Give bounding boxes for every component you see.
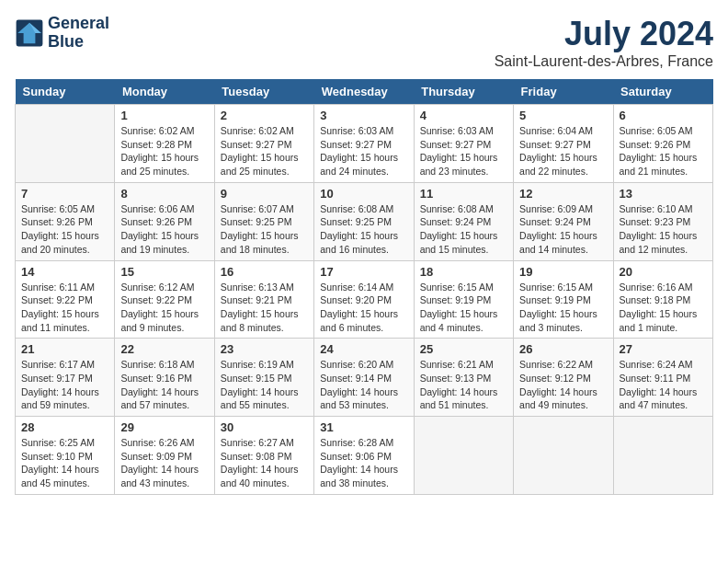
calendar-cell: 15Sunrise: 6:12 AM Sunset: 9:22 PM Dayli… [115, 260, 214, 339]
cell-content: Sunrise: 6:16 AM Sunset: 9:18 PM Dayligh… [620, 281, 707, 335]
day-number: 7 [21, 187, 108, 201]
header-wednesday: Wednesday [314, 79, 414, 105]
calendar-cell: 25Sunrise: 6:21 AM Sunset: 9:13 PM Dayli… [414, 339, 513, 417]
header-friday: Friday [514, 79, 613, 105]
cell-content: Sunrise: 6:15 AM Sunset: 9:19 PM Dayligh… [420, 281, 507, 335]
logo-icon [15, 18, 44, 48]
calendar-week-row: 1Sunrise: 6:02 AM Sunset: 9:28 PM Daylig… [16, 105, 713, 183]
day-number: 28 [21, 420, 108, 434]
day-number: 14 [21, 265, 108, 279]
calendar-cell: 4Sunrise: 6:03 AM Sunset: 9:27 PM Daylig… [414, 105, 513, 183]
day-number: 3 [320, 109, 407, 122]
calendar-week-row: 28Sunrise: 6:25 AM Sunset: 9:10 PM Dayli… [16, 417, 713, 495]
cell-content: Sunrise: 6:04 AM Sunset: 9:27 PM Dayligh… [519, 124, 607, 178]
cell-content: Sunrise: 6:09 AM Sunset: 9:24 PM Dayligh… [519, 202, 607, 257]
cell-content: Sunrise: 6:12 AM Sunset: 9:22 PM Dayligh… [120, 281, 208, 335]
cell-content: Sunrise: 6:15 AM Sunset: 9:19 PM Dayligh… [519, 281, 607, 335]
calendar-cell: 7Sunrise: 6:05 AM Sunset: 9:26 PM Daylig… [16, 182, 115, 260]
calendar-cell: 8Sunrise: 6:06 AM Sunset: 9:26 PM Daylig… [115, 182, 214, 260]
day-number: 18 [420, 265, 507, 279]
calendar-cell [514, 417, 613, 495]
cell-content: Sunrise: 6:20 AM Sunset: 9:14 PM Dayligh… [320, 358, 407, 412]
day-number: 6 [620, 109, 707, 122]
day-number: 13 [620, 187, 707, 201]
day-number: 5 [519, 109, 607, 122]
calendar-cell: 2Sunrise: 6:02 AM Sunset: 9:27 PM Daylig… [214, 105, 313, 183]
calendar-cell: 24Sunrise: 6:20 AM Sunset: 9:14 PM Dayli… [314, 339, 414, 417]
cell-content: Sunrise: 6:24 AM Sunset: 9:11 PM Dayligh… [620, 358, 707, 412]
cell-content: Sunrise: 6:05 AM Sunset: 9:26 PM Dayligh… [620, 124, 707, 178]
calendar-cell: 26Sunrise: 6:22 AM Sunset: 9:12 PM Dayli… [514, 339, 613, 417]
day-number: 25 [420, 342, 507, 356]
cell-content: Sunrise: 6:21 AM Sunset: 9:13 PM Dayligh… [420, 358, 507, 412]
cell-content: Sunrise: 6:03 AM Sunset: 9:27 PM Dayligh… [420, 124, 507, 178]
day-number: 2 [221, 109, 308, 122]
header-monday: Monday [115, 79, 214, 105]
day-number: 8 [120, 187, 208, 201]
day-number: 20 [620, 265, 707, 279]
calendar-cell: 6Sunrise: 6:05 AM Sunset: 9:26 PM Daylig… [613, 105, 712, 183]
calendar-cell: 30Sunrise: 6:27 AM Sunset: 9:08 PM Dayli… [214, 417, 313, 495]
calendar-cell: 12Sunrise: 6:09 AM Sunset: 9:24 PM Dayli… [514, 182, 613, 260]
header-sunday: Sunday [16, 79, 115, 105]
calendar-cell: 19Sunrise: 6:15 AM Sunset: 9:19 PM Dayli… [514, 260, 613, 339]
cell-content: Sunrise: 6:02 AM Sunset: 9:27 PM Dayligh… [221, 124, 308, 178]
calendar-week-row: 14Sunrise: 6:11 AM Sunset: 9:22 PM Dayli… [16, 260, 713, 339]
day-number: 16 [221, 265, 308, 279]
logo-text: General Blue [48, 15, 109, 52]
day-number: 27 [620, 342, 707, 356]
cell-content: Sunrise: 6:08 AM Sunset: 9:24 PM Dayligh… [420, 202, 507, 257]
calendar-cell: 23Sunrise: 6:19 AM Sunset: 9:15 PM Dayli… [214, 339, 313, 417]
day-number: 24 [320, 342, 407, 356]
calendar-cell [16, 105, 115, 183]
cell-content: Sunrise: 6:03 AM Sunset: 9:27 PM Dayligh… [320, 124, 407, 178]
calendar-table: SundayMondayTuesdayWednesdayThursdayFrid… [15, 79, 713, 495]
calendar-week-row: 7Sunrise: 6:05 AM Sunset: 9:26 PM Daylig… [16, 182, 713, 260]
cell-content: Sunrise: 6:25 AM Sunset: 9:10 PM Dayligh… [21, 436, 108, 490]
calendar-cell: 20Sunrise: 6:16 AM Sunset: 9:18 PM Dayli… [613, 260, 712, 339]
day-number: 26 [519, 342, 607, 356]
cell-content: Sunrise: 6:22 AM Sunset: 9:12 PM Dayligh… [519, 358, 607, 412]
header-tuesday: Tuesday [214, 79, 313, 105]
day-number: 17 [320, 265, 407, 279]
day-number: 4 [420, 109, 507, 122]
day-number: 9 [221, 187, 308, 201]
main-title: July 2024 [495, 15, 713, 53]
cell-content: Sunrise: 6:08 AM Sunset: 9:25 PM Dayligh… [320, 202, 407, 257]
calendar-cell [414, 417, 513, 495]
day-number: 10 [320, 187, 407, 201]
cell-content: Sunrise: 6:02 AM Sunset: 9:28 PM Dayligh… [120, 124, 208, 178]
day-number: 21 [21, 342, 108, 356]
cell-content: Sunrise: 6:07 AM Sunset: 9:25 PM Dayligh… [221, 202, 308, 257]
calendar-cell: 18Sunrise: 6:15 AM Sunset: 9:19 PM Dayli… [414, 260, 513, 339]
cell-content: Sunrise: 6:28 AM Sunset: 9:06 PM Dayligh… [320, 436, 407, 490]
cell-content: Sunrise: 6:19 AM Sunset: 9:15 PM Dayligh… [221, 358, 308, 412]
calendar-cell: 31Sunrise: 6:28 AM Sunset: 9:06 PM Dayli… [314, 417, 414, 495]
day-number: 30 [221, 420, 308, 434]
day-number: 31 [320, 420, 407, 434]
day-number: 11 [420, 187, 507, 201]
calendar-cell [613, 417, 712, 495]
calendar-cell: 10Sunrise: 6:08 AM Sunset: 9:25 PM Dayli… [314, 182, 414, 260]
page-header: General Blue July 2024 Saint-Laurent-des… [15, 15, 713, 70]
logo: General Blue [15, 15, 109, 52]
day-number: 15 [120, 265, 208, 279]
calendar-cell: 9Sunrise: 6:07 AM Sunset: 9:25 PM Daylig… [214, 182, 313, 260]
cell-content: Sunrise: 6:26 AM Sunset: 9:09 PM Dayligh… [120, 436, 208, 490]
cell-content: Sunrise: 6:11 AM Sunset: 9:22 PM Dayligh… [21, 281, 108, 335]
day-number: 29 [120, 420, 208, 434]
calendar-cell: 14Sunrise: 6:11 AM Sunset: 9:22 PM Dayli… [16, 260, 115, 339]
calendar-cell: 21Sunrise: 6:17 AM Sunset: 9:17 PM Dayli… [16, 339, 115, 417]
calendar-cell: 16Sunrise: 6:13 AM Sunset: 9:21 PM Dayli… [214, 260, 313, 339]
calendar-week-row: 21Sunrise: 6:17 AM Sunset: 9:17 PM Dayli… [16, 339, 713, 417]
calendar-cell: 17Sunrise: 6:14 AM Sunset: 9:20 PM Dayli… [314, 260, 414, 339]
subtitle: Saint-Laurent-des-Arbres, France [495, 53, 713, 70]
cell-content: Sunrise: 6:18 AM Sunset: 9:16 PM Dayligh… [120, 358, 208, 412]
cell-content: Sunrise: 6:10 AM Sunset: 9:23 PM Dayligh… [620, 202, 707, 257]
cell-content: Sunrise: 6:17 AM Sunset: 9:17 PM Dayligh… [21, 358, 108, 412]
calendar-cell: 11Sunrise: 6:08 AM Sunset: 9:24 PM Dayli… [414, 182, 513, 260]
calendar-cell: 13Sunrise: 6:10 AM Sunset: 9:23 PM Dayli… [613, 182, 712, 260]
calendar-cell: 22Sunrise: 6:18 AM Sunset: 9:16 PM Dayli… [115, 339, 214, 417]
cell-content: Sunrise: 6:05 AM Sunset: 9:26 PM Dayligh… [21, 202, 108, 257]
day-number: 1 [120, 109, 208, 122]
